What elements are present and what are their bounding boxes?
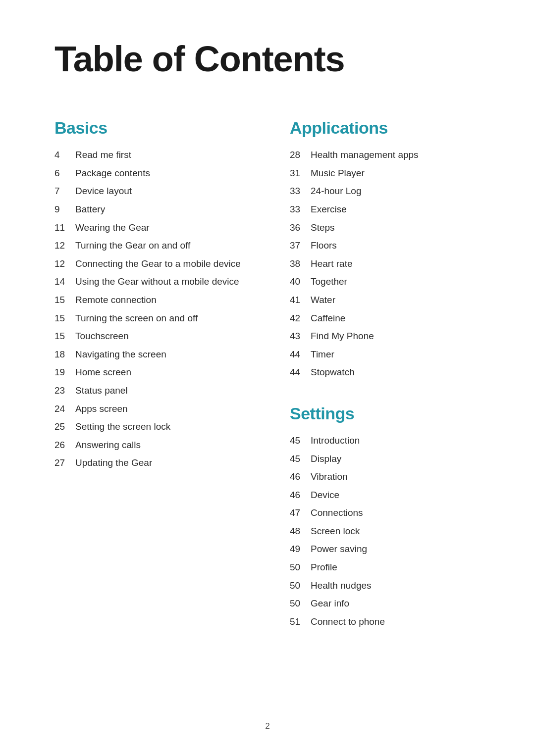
toc-page-number: 38 [290, 257, 311, 271]
toc-page-number: 50 [290, 597, 311, 610]
toc-page-number: 45 [290, 453, 311, 466]
toc-item: 25Setting the screen lock [54, 420, 250, 434]
toc-item: 28Health management apps [290, 149, 485, 162]
toc-item: 45Introduction [290, 434, 485, 448]
toc-page-number: 6 [54, 167, 75, 180]
toc-page-number: 24 [54, 403, 75, 416]
toc-page-number: 15 [54, 330, 75, 343]
toc-page-number: 18 [54, 348, 75, 361]
right-column: Applications 28Health management apps31M… [290, 118, 485, 653]
toc-page-number: 12 [54, 239, 75, 252]
toc-entry-text: Gear info [311, 597, 349, 610]
toc-page-number: 36 [290, 221, 311, 235]
toc-entry-text: Steps [311, 221, 335, 235]
toc-page-number: 37 [290, 239, 311, 252]
toc-item: 38Heart rate [290, 257, 485, 271]
page-title: Table of Contents [54, 40, 485, 79]
toc-item: 4Read me first [54, 149, 250, 162]
toc-entry-text: Navigating the screen [75, 348, 166, 361]
toc-page-number: 51 [290, 615, 311, 629]
toc-page-number: 46 [290, 489, 311, 502]
toc-page-number: 44 [290, 348, 311, 361]
toc-page-number: 27 [54, 456, 75, 470]
toc-item: 36Steps [290, 221, 485, 235]
toc-entry-text: Health management apps [311, 149, 419, 162]
content-columns: Basics 4Read me first6Package contents7D… [54, 118, 485, 653]
toc-page-number: 50 [290, 561, 311, 574]
toc-page-number: 47 [290, 506, 311, 520]
toc-page-number: 28 [290, 149, 311, 162]
toc-item: 50Gear info [290, 597, 485, 610]
toc-item: 50Profile [290, 561, 485, 574]
toc-entry-text: Connecting the Gear to a mobile device [75, 257, 241, 271]
toc-item: 31Music Player [290, 167, 485, 180]
toc-item: 19Home screen [54, 366, 250, 379]
toc-page-number: 44 [290, 366, 311, 379]
settings-list: 45Introduction45Display46Vibration46Devi… [290, 434, 485, 629]
toc-entry-text: Package contents [75, 167, 150, 180]
toc-entry-text: Apps screen [75, 403, 128, 416]
toc-page-number: 33 [290, 203, 311, 216]
toc-page-number: 48 [290, 525, 311, 538]
toc-page-number: 7 [54, 185, 75, 198]
toc-item: 40Together [290, 275, 485, 289]
toc-item: 26Answering calls [54, 439, 250, 452]
toc-item: 43Find My Phone [290, 330, 485, 343]
toc-page-number: 12 [54, 257, 75, 271]
basics-column: Basics 4Read me first6Package contents7D… [54, 118, 250, 653]
page-container: Table of Contents Basics 4Read me first6… [0, 0, 535, 693]
toc-entry-text: Profile [311, 561, 337, 574]
toc-page-number: 42 [290, 312, 311, 325]
toc-page-number: 41 [290, 294, 311, 307]
toc-item: 7Device layout [54, 185, 250, 198]
toc-page-number: 4 [54, 149, 75, 162]
toc-entry-text: Music Player [311, 167, 365, 180]
toc-item: 15Turning the screen on and off [54, 312, 250, 325]
toc-item: 14Using the Gear without a mobile device [54, 275, 250, 289]
toc-item: 6Package contents [54, 167, 250, 180]
toc-item: 27Updating the Gear [54, 456, 250, 470]
toc-item: 11Wearing the Gear [54, 221, 250, 235]
toc-entry-text: 24-hour Log [311, 185, 361, 198]
toc-entry-text: Introduction [311, 434, 360, 448]
toc-page-number: 11 [54, 221, 75, 235]
toc-item: 46Vibration [290, 470, 485, 484]
toc-entry-text: Read me first [75, 149, 131, 162]
toc-item: 47Connections [290, 506, 485, 520]
toc-item: 24Apps screen [54, 403, 250, 416]
page-footer: 2 [0, 721, 535, 731]
toc-item: 44Stopwatch [290, 366, 485, 379]
toc-entry-text: Health nudges [311, 579, 372, 593]
toc-page-number: 31 [290, 167, 311, 180]
toc-entry-text: Wearing the Gear [75, 221, 150, 235]
toc-item: 49Power saving [290, 543, 485, 556]
applications-list: 28Health management apps31Music Player33… [290, 149, 485, 379]
toc-entry-text: Remote connection [75, 294, 157, 307]
toc-page-number: 15 [54, 294, 75, 307]
toc-item: 3324-hour Log [290, 185, 485, 198]
toc-item: 44Timer [290, 348, 485, 361]
toc-entry-text: Display [311, 453, 341, 466]
toc-entry-text: Timer [311, 348, 334, 361]
toc-entry-text: Device layout [75, 185, 132, 198]
basics-section-title: Basics [54, 118, 250, 138]
toc-entry-text: Screen lock [311, 525, 360, 538]
toc-page-number: 9 [54, 203, 75, 216]
toc-item: 15Touchscreen [54, 330, 250, 343]
basics-list: 4Read me first6Package contents7Device l… [54, 149, 250, 470]
toc-entry-text: Find My Phone [311, 330, 374, 343]
toc-item: 12Turning the Gear on and off [54, 239, 250, 252]
toc-entry-text: Turning the Gear on and off [75, 239, 190, 252]
toc-item: 48Screen lock [290, 525, 485, 538]
toc-item: 42Caffeine [290, 312, 485, 325]
toc-entry-text: Setting the screen lock [75, 420, 170, 434]
toc-entry-text: Together [311, 275, 347, 289]
toc-item: 12Connecting the Gear to a mobile device [54, 257, 250, 271]
footer-page-number: 2 [265, 721, 269, 731]
toc-page-number: 23 [54, 384, 75, 398]
toc-entry-text: Floors [311, 239, 337, 252]
toc-item: 18Navigating the screen [54, 348, 250, 361]
toc-entry-text: Updating the Gear [75, 456, 152, 470]
toc-page-number: 40 [290, 275, 311, 289]
toc-entry-text: Connections [311, 506, 363, 520]
